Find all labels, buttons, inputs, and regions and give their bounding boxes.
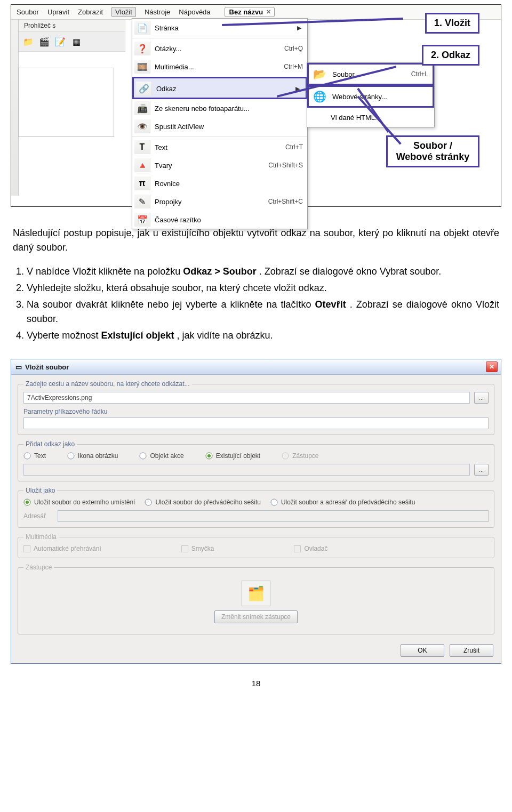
menu-item-multimedia[interactable]: 🎞️ Multimédia... Ctrl+M: [132, 58, 307, 76]
menu-item-shapes[interactable]: 🔺 Tvary Ctrl+Shift+S: [132, 156, 307, 174]
dialog-title: Vložit soubor: [25, 363, 69, 371]
close-button[interactable]: ✕: [486, 361, 498, 372]
ok-button[interactable]: OK: [401, 644, 444, 657]
menu-item-equation[interactable]: π Rovnice: [132, 174, 307, 192]
fieldset-legend: Multimédia: [23, 533, 59, 541]
menu-item-actiview[interactable]: 👁️ Spustit ActiView: [132, 117, 307, 135]
fieldset-path: Zadejte cestu a název souboru, na který …: [18, 380, 494, 435]
radio-text[interactable]: Text: [23, 452, 46, 460]
callout-soubor-web: Soubor / Webové stránky: [386, 135, 479, 167]
menubar-view[interactable]: Zobrazit: [78, 8, 103, 16]
radio-save-flipchart[interactable]: Uložit soubor do předváděcího sešitu: [145, 499, 260, 506]
pi-icon: π: [134, 176, 150, 190]
radio-save-external[interactable]: Uložit soubor do externího umístění: [23, 499, 135, 506]
scanner-icon: 📠: [134, 101, 150, 115]
cancel-button[interactable]: Zrušit: [450, 644, 493, 657]
instruction-text: Následující postup popisuje, jak u exist…: [13, 226, 499, 343]
callout-line: Soubor /: [395, 140, 470, 151]
menubar-help[interactable]: Nápověda: [179, 8, 210, 16]
check-controller: Ovladač: [294, 545, 327, 552]
menu-shortcut: Ctrl+L: [411, 70, 428, 78]
close-tab-icon[interactable]: ✕: [266, 9, 271, 15]
eye-icon: 👁️: [134, 119, 150, 133]
radio-icon: [139, 452, 147, 460]
clapper-icon[interactable]: 🎬: [38, 35, 51, 48]
submenu-item-web[interactable]: 🌐 Webové stránky...: [307, 85, 434, 108]
menubar-file[interactable]: Soubor: [17, 8, 39, 16]
chevron-right-icon: ▶: [295, 25, 303, 31]
svg-point-4: [207, 454, 211, 457]
fieldset-legend: Uložit jako: [23, 487, 57, 494]
document-tab[interactable]: Bez názvu ✕: [225, 7, 275, 17]
folder-open-icon: 📂: [311, 67, 328, 82]
radio-icon: [145, 499, 152, 506]
document-tab-label: Bez názvu: [229, 8, 263, 16]
radio-label: Uložit soubor do externího umístění: [34, 499, 135, 506]
text: Vyberte možnost: [27, 330, 101, 341]
menu-item-text[interactable]: T Text Ctrl+T: [132, 136, 307, 156]
menubar-insert[interactable]: Vložit: [111, 7, 136, 17]
radio-icon: [270, 499, 278, 506]
file-path-input[interactable]: [23, 392, 470, 404]
text-bold: Existující objekt: [101, 330, 174, 341]
menu-item-label: Časové razítko: [155, 216, 303, 224]
grid-icon[interactable]: ▦: [70, 35, 83, 48]
menubar-tools[interactable]: Nástroje: [145, 8, 170, 16]
menu-shortcut: Ctrl+Shift+C: [268, 198, 303, 205]
text-icon: T: [134, 140, 150, 154]
calendar-icon: 📅: [134, 213, 150, 227]
check-label: Ovladač: [304, 545, 327, 552]
note-icon[interactable]: 📝: [54, 35, 67, 48]
field-label: Adresář: [23, 512, 53, 520]
radio-disabled-icon: [282, 452, 289, 460]
svg-point-7: [26, 501, 29, 504]
radio-icon-image[interactable]: Ikona obrázku: [67, 452, 118, 460]
menu-item-scanner[interactable]: 📠 Ze skeneru nebo fotoaparátu...: [132, 99, 307, 117]
browse-button[interactable]: ...: [474, 392, 489, 404]
list-item: V nabídce Vložit klikněte na položku Odk…: [27, 264, 499, 279]
radio-label: Zástupce: [292, 452, 318, 460]
menu-item-label: Rovnice: [155, 180, 303, 188]
dialog-titlebar: ▭ Vložit soubor ✕: [11, 359, 501, 375]
page-thumbnail[interactable]: [18, 68, 114, 137]
radio-label: Ikona obrázku: [78, 452, 118, 460]
radio-icon: [67, 452, 75, 460]
svg-point-5: [282, 453, 289, 459]
browse-button[interactable]: ...: [474, 464, 489, 476]
side-toolbar: 📁 🎬 📝 ▦: [19, 32, 125, 52]
svg-rect-12: [294, 545, 301, 552]
menu-item-label: Ze skeneru nebo fotoaparátu...: [155, 104, 303, 112]
callout-vlozit: 1. Vložit: [425, 13, 479, 34]
field-label: Parametry příkazového řádku: [23, 408, 489, 415]
link-icon: 🔗: [136, 82, 152, 95]
text: . Zobrazí se dialogové okno Vybrat soubo…: [259, 266, 442, 277]
check-autoplay: Automatické přehrávání: [23, 545, 101, 552]
radio-label: Objekt akce: [150, 452, 183, 460]
params-input[interactable]: [23, 417, 489, 429]
checkbox-disabled-icon: [23, 545, 30, 552]
menu-item-timestamp[interactable]: 📅 Časové razítko: [132, 211, 307, 229]
text: V nabídce Vložit klikněte na položku: [27, 266, 183, 277]
menu-item-connectors[interactable]: ✎ Propojky Ctrl+Shift+C: [132, 192, 307, 211]
menu-item-label: Text: [155, 143, 281, 151]
side-panel-title: Prohlížeč s: [19, 20, 125, 32]
radio-save-with-dir[interactable]: Uložit soubor a adresář do předváděcího …: [270, 499, 415, 506]
menu-item-label: Odkaz: [156, 85, 290, 93]
fieldset-legend: Přidat odkaz jako: [23, 440, 77, 448]
menu-shortcut: Ctrl+T: [285, 143, 303, 151]
menu-shortcut: Ctrl+Shift+S: [268, 162, 303, 169]
list-item: Vyhledejte složku, která obsahuje soubor…: [27, 281, 499, 295]
callout-odkaz: 2. Odkaz: [422, 45, 479, 66]
radio-existing-object[interactable]: Existující objekt: [205, 452, 260, 460]
folder-icon[interactable]: 📁: [22, 35, 35, 48]
insert-menu: 📄 Stránka ▶ ❓ Otázky... Ctrl+Q 🎞️ Multim…: [132, 18, 308, 229]
menu-item-questions[interactable]: ❓ Otázky... Ctrl+Q: [132, 38, 307, 58]
radio-label: Text: [34, 452, 46, 460]
radio-action-object[interactable]: Objekt akce: [139, 452, 183, 460]
svg-rect-11: [181, 545, 188, 552]
directory-input: [58, 510, 489, 522]
menubar-edit[interactable]: Upravit: [47, 8, 69, 16]
svg-point-1: [68, 453, 74, 459]
dialog-footer: OK Zrušit: [11, 640, 501, 663]
text: , jak vidíte na obrázku.: [177, 330, 273, 341]
